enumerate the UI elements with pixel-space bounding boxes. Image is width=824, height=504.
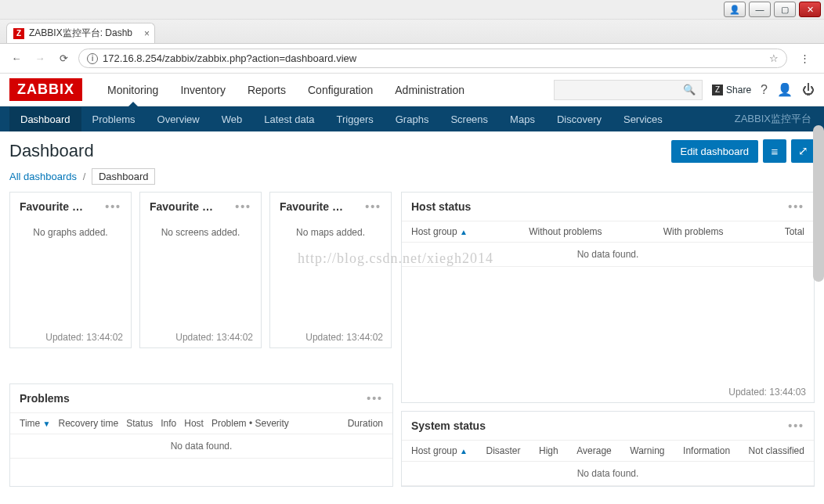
user-icon[interactable]: 👤 — [777, 82, 793, 97]
widget-title: System status — [411, 419, 486, 432]
nav-monitoring[interactable]: Monitoring — [96, 74, 169, 106]
widget-menu-icon[interactable]: ••• — [367, 392, 383, 405]
host-status-no-data: No data found. — [402, 243, 814, 267]
col-host-group[interactable]: Host group ▲ — [411, 226, 468, 237]
subnav-services[interactable]: Services — [613, 107, 674, 131]
col-host[interactable]: Host — [184, 418, 204, 429]
widget-menu-icon[interactable]: ••• — [235, 200, 251, 213]
browser-tab[interactable]: Z ZABBIX监控平台: Dashb × — [6, 23, 155, 43]
edit-dashboard-button[interactable]: Edit dashboard — [671, 140, 758, 163]
sort-asc-icon: ▲ — [460, 228, 468, 236]
page-body: Dashboard Edit dashboard ≡ ⤢ All dashboa… — [0, 131, 824, 502]
search-input[interactable]: 🔍 — [554, 80, 703, 100]
col-high[interactable]: High — [539, 445, 558, 456]
system-status-no-data: No data found. — [402, 462, 814, 486]
widget-footer: Updated: 13:44:02 — [270, 327, 391, 347]
widget-title: Favourite … — [280, 200, 343, 213]
widget-footer: Updated: 13:44:03 — [402, 382, 814, 402]
widget-menu-icon[interactable]: ••• — [365, 200, 381, 213]
share-z-icon: Z — [712, 85, 723, 95]
col-information[interactable]: Information — [683, 445, 730, 456]
subnav-discovery[interactable]: Discovery — [546, 107, 613, 131]
col-problem-severity[interactable]: Problem • Severity — [211, 418, 289, 429]
widget-body: No screens added. — [140, 221, 261, 327]
widgets-grid: Favourite …••• No graphs added. Updated:… — [9, 192, 815, 487]
page-scrollbar[interactable] — [813, 125, 824, 282]
subnav-web[interactable]: Web — [211, 107, 254, 131]
col-disaster[interactable]: Disaster — [486, 445, 520, 456]
nav-reports[interactable]: Reports — [237, 74, 297, 106]
address-bar: ← → ⟳ i 172.16.8.254/zabbix/zabbix.php?a… — [0, 44, 824, 74]
site-info-icon[interactable]: i — [87, 53, 98, 64]
widget-footer: Updated: 13:44:02 — [10, 327, 131, 347]
subnav-problems[interactable]: Problems — [81, 107, 146, 131]
sort-asc-icon: ▲ — [460, 447, 468, 455]
list-view-button[interactable]: ≡ — [763, 139, 786, 163]
col-without-problems[interactable]: Without problems — [529, 226, 602, 237]
col-status[interactable]: Status — [126, 418, 153, 429]
breadcrumb-sep: / — [83, 171, 86, 182]
tab-close-icon[interactable]: × — [144, 28, 150, 39]
share-label: Share — [726, 85, 751, 95]
breadcrumb-root[interactable]: All dashboards — [9, 171, 77, 182]
breadcrumb: All dashboards / Dashboard — [9, 171, 815, 182]
widget-body: No graphs added. — [10, 221, 131, 327]
col-time[interactable]: Time ▼ — [20, 418, 50, 429]
col-warning[interactable]: Warning — [630, 445, 664, 456]
bookmark-star-icon[interactable]: ☆ — [769, 52, 779, 64]
subnav-screens[interactable]: Screens — [439, 107, 499, 131]
col-average[interactable]: Average — [576, 445, 611, 456]
user-button[interactable]: 👤 — [724, 2, 746, 17]
nav-inventory[interactable]: Inventory — [169, 74, 237, 106]
nav-configuration[interactable]: Configuration — [297, 74, 384, 106]
url-text: 172.16.8.254/zabbix/zabbix.php?action=da… — [103, 52, 764, 64]
subnav-graphs[interactable]: Graphs — [385, 107, 440, 131]
app-header: ZABBIX Monitoring Inventory Reports Conf… — [0, 74, 824, 106]
subnav-dashboard[interactable]: Dashboard — [9, 107, 81, 131]
browser-chrome: 👤 — ▢ ✕ Z ZABBIX监控平台: Dashb × — [0, 0, 824, 44]
help-icon[interactable]: ? — [761, 83, 768, 97]
reload-button[interactable]: ⟳ — [55, 50, 72, 67]
problems-columns: Time ▼ Recovery time Status Info Host Pr… — [10, 412, 392, 434]
sub-nav: Dashboard Problems Overview Web Latest d… — [0, 106, 824, 131]
widget-menu-icon[interactable]: ••• — [788, 200, 804, 213]
col-duration[interactable]: Duration — [348, 418, 383, 429]
col-not-classified[interactable]: Not classified — [749, 445, 804, 456]
col-recovery[interactable]: Recovery time — [58, 418, 118, 429]
forward-button[interactable]: → — [31, 50, 49, 67]
subnav-triggers[interactable]: Triggers — [326, 107, 385, 131]
back-button[interactable]: ← — [8, 50, 25, 67]
nav-administration[interactable]: Administration — [384, 74, 475, 106]
widget-fav-screens: Favourite …••• No screens added. Updated… — [139, 192, 262, 348]
fullscreen-button[interactable]: ⤢ — [791, 139, 815, 163]
header-right: 🔍 ZShare ? 👤 ⏻ — [554, 80, 815, 100]
close-button[interactable]: ✕ — [799, 2, 821, 17]
maximize-button[interactable]: ▢ — [774, 2, 796, 17]
widget-problems: Problems••• Time ▼ Recovery time Status … — [9, 383, 393, 487]
share-button[interactable]: ZShare — [712, 85, 751, 95]
logout-icon[interactable]: ⏻ — [802, 83, 815, 97]
search-icon: 🔍 — [683, 84, 696, 95]
subnav-maps[interactable]: Maps — [499, 107, 546, 131]
widget-menu-icon[interactable]: ••• — [788, 419, 804, 432]
col-with-problems[interactable]: With problems — [663, 226, 724, 237]
page-title: Dashboard — [9, 141, 671, 161]
subnav-latest-data[interactable]: Latest data — [253, 107, 325, 131]
widget-footer: Updated: 13:44:02 — [140, 327, 261, 347]
widget-title: Favourite … — [20, 200, 83, 213]
minimize-button[interactable]: — — [749, 2, 771, 17]
col-host-group[interactable]: Host group ▲ — [411, 445, 468, 456]
subnav-right-label: ZABBIX监控平台 — [735, 112, 815, 126]
browser-menu-icon[interactable]: ⋮ — [793, 52, 816, 64]
subnav-overview[interactable]: Overview — [146, 107, 211, 131]
url-field[interactable]: i 172.16.8.254/zabbix/zabbix.php?action=… — [78, 49, 787, 68]
col-info[interactable]: Info — [161, 418, 176, 429]
problems-no-data: No data found. — [10, 434, 392, 459]
widget-title: Host status — [411, 200, 471, 213]
tab-strip: Z ZABBIX监控平台: Dashb × — [0, 20, 824, 43]
widget-title: Problems — [20, 392, 70, 405]
col-total[interactable]: Total — [785, 226, 804, 237]
widget-menu-icon[interactable]: ••• — [105, 200, 121, 213]
zabbix-logo[interactable]: ZABBIX — [9, 78, 82, 101]
breadcrumb-current: Dashboard — [92, 168, 156, 185]
